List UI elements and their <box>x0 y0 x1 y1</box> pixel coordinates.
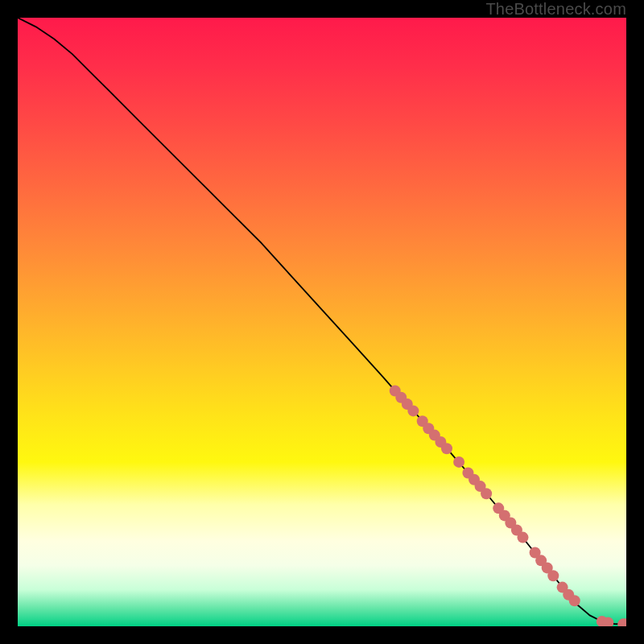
data-point <box>517 532 528 543</box>
data-point <box>547 570 559 581</box>
data-point <box>453 456 464 468</box>
curve-line <box>18 18 626 624</box>
plot-area <box>18 18 626 626</box>
data-point <box>569 595 580 606</box>
data-point <box>481 488 492 499</box>
chart-frame: TheBottleneck.com <box>0 0 644 644</box>
data-point <box>407 405 419 416</box>
data-point <box>441 443 452 454</box>
watermark-text: TheBottleneck.com <box>485 0 626 19</box>
data-markers <box>390 385 626 626</box>
chart-svg <box>18 18 626 626</box>
